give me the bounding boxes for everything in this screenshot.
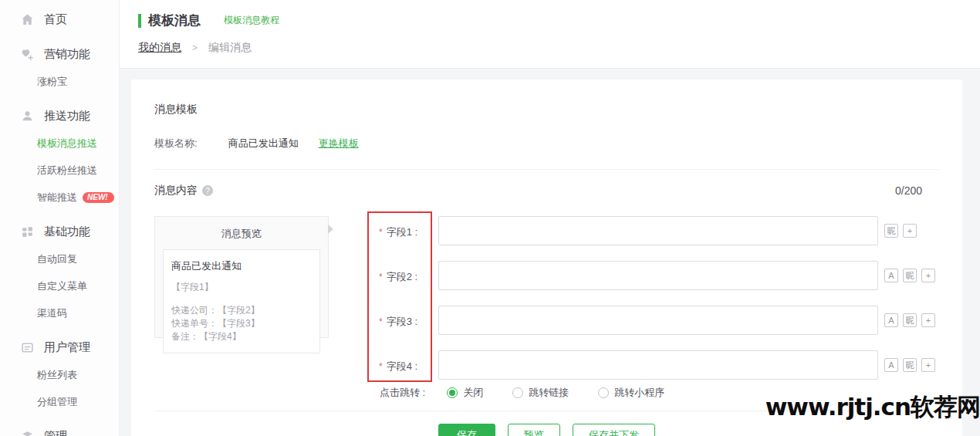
sidebar-item-smart-push[interactable]: 智能推送 NEW! bbox=[0, 191, 119, 204]
field-input-2[interactable] bbox=[438, 261, 878, 290]
sidebar-item-label: 首页 bbox=[44, 12, 67, 27]
field-label-4: *字段4 : bbox=[367, 350, 438, 373]
sidebar-item-label: 自动回复 bbox=[37, 252, 77, 266]
sidebar-item-home[interactable]: 首页 bbox=[0, 12, 119, 27]
radio-label: 跳转小程序 bbox=[614, 386, 664, 400]
add-field-icon[interactable]: + bbox=[921, 358, 935, 372]
title-accent-bar bbox=[138, 14, 141, 28]
required-mark: * bbox=[379, 227, 383, 238]
sidebar-item-label: 活跃粉丝推送 bbox=[37, 164, 97, 177]
breadcrumb-my-messages[interactable]: 我的消息 bbox=[138, 41, 181, 55]
required-mark: * bbox=[379, 272, 383, 282]
radio-close[interactable]: 关闭 bbox=[447, 386, 483, 400]
field-input-3[interactable] bbox=[438, 306, 878, 335]
radio-label: 关闭 bbox=[463, 386, 483, 400]
nickname-insert-icon[interactable]: 昵 bbox=[903, 358, 917, 372]
sidebar-item-label: 模板消息推送 bbox=[37, 137, 97, 150]
font-color-icon[interactable]: A bbox=[884, 269, 898, 282]
preview-field1: 【字段1】 bbox=[171, 281, 312, 294]
sidebar-item-channel-code[interactable]: 渠道码 bbox=[0, 306, 119, 320]
char-counter: 0/200 bbox=[895, 184, 922, 197]
home-icon bbox=[21, 13, 34, 26]
font-color-icon[interactable]: A bbox=[884, 358, 898, 372]
nickname-insert-icon[interactable]: 昵 bbox=[903, 313, 917, 327]
add-field-icon[interactable]: + bbox=[903, 224, 917, 238]
sidebar-item-template-push[interactable]: 模板消息推送 bbox=[0, 137, 119, 150]
template-name-value: 商品已发出通知 bbox=[228, 137, 299, 150]
sidebar-group-label: 推送功能 bbox=[44, 109, 90, 123]
field-label-2: *字段2 : bbox=[367, 261, 438, 284]
sidebar-item-label: 分组管理 bbox=[37, 395, 77, 409]
nickname-insert-icon[interactable]: 昵 bbox=[884, 224, 898, 238]
section-divider bbox=[154, 169, 939, 170]
watermark: www.rjtj.cn软荐网 bbox=[765, 391, 980, 424]
add-field-icon[interactable]: + bbox=[921, 313, 935, 327]
sidebar-group-users-head[interactable]: 用户管理 bbox=[0, 340, 119, 355]
sidebar-item-zhangfenbao[interactable]: 涨粉宝 bbox=[0, 75, 119, 89]
field-label-text: 字段1 : bbox=[387, 226, 417, 238]
field-input-4[interactable] bbox=[438, 350, 878, 380]
radio-jump-miniprogram[interactable]: 跳转小程序 bbox=[598, 386, 664, 400]
radio-jump-link[interactable]: 跳转链接 bbox=[512, 386, 569, 400]
sidebar-group-marketing-head[interactable]: 营销功能 bbox=[0, 47, 119, 62]
radio-icon bbox=[447, 387, 458, 398]
sidebar-item-auto-reply[interactable]: 自动回复 bbox=[0, 252, 119, 266]
help-icon[interactable]: ? bbox=[202, 185, 213, 196]
radio-icon bbox=[598, 387, 609, 398]
sidebar-group-manage-head[interactable]: 管理 bbox=[0, 429, 119, 436]
preview-gap bbox=[171, 294, 312, 304]
sidebar-group-users: 用户管理 粉丝列表 分组管理 bbox=[0, 340, 119, 409]
page-title: 模板消息 bbox=[148, 12, 201, 29]
hearts-icon bbox=[21, 48, 34, 61]
change-template-link[interactable]: 更换模板 bbox=[319, 137, 359, 150]
sidebar-item-custom-menu[interactable]: 自定义菜单 bbox=[0, 279, 119, 293]
main-area: 模板消息 模板消息教程 我的消息 > 编辑消息 消息模板 模板名称: 商品已发出… bbox=[120, 0, 980, 436]
preview-line-tracking: 快递单号：【字段3】 bbox=[171, 317, 312, 330]
sidebar-item-active-fans-push[interactable]: 活跃粉丝推送 bbox=[0, 164, 119, 177]
sidebar-item-label: 渠道码 bbox=[37, 306, 67, 320]
card-icon bbox=[21, 341, 34, 354]
field-label-3: *字段3 : bbox=[367, 306, 438, 329]
action-buttons: 保存 预览 保存并下发 bbox=[154, 424, 939, 436]
sidebar-item-label: 自定义菜单 bbox=[37, 279, 87, 293]
sidebar-group-label: 基础功能 bbox=[44, 225, 90, 239]
nickname-insert-icon[interactable]: 昵 bbox=[903, 269, 917, 282]
click-jump-label: 点击跳转 : bbox=[380, 386, 425, 400]
content-card: 消息模板 模板名称: 商品已发出通知 更换模板 消息内容 ? 0/200 消息预… bbox=[131, 79, 962, 436]
breadcrumb-current: 编辑消息 bbox=[208, 41, 252, 55]
preview-button[interactable]: 预览 bbox=[508, 424, 560, 436]
field-row-1: *字段1 : 昵 + bbox=[367, 216, 940, 245]
save-button[interactable]: 保存 bbox=[438, 424, 495, 436]
add-field-icon[interactable]: + bbox=[921, 269, 935, 282]
save-and-send-button[interactable]: 保存并下发 bbox=[573, 424, 655, 436]
radio-icon bbox=[512, 387, 523, 398]
sidebar-item-label: 粉丝列表 bbox=[37, 368, 77, 382]
sidebar-group-basic-head[interactable]: 基础功能 bbox=[0, 225, 119, 239]
new-badge: NEW! bbox=[83, 192, 114, 203]
preview-line-remark: 备注：【字段4】 bbox=[171, 330, 312, 343]
user-icon bbox=[21, 110, 34, 123]
sidebar-group-manage: 管理 资源库管理 bbox=[0, 429, 119, 436]
sidebar-item-group-manage[interactable]: 分组管理 bbox=[0, 395, 119, 409]
collapse-arrow-icon[interactable] bbox=[328, 225, 333, 234]
template-section-title: 消息模板 bbox=[154, 79, 939, 117]
sidebar-group-label: 营销功能 bbox=[44, 47, 90, 62]
sidebar-group-basic: 基础功能 自动回复 自定义菜单 渠道码 bbox=[0, 225, 119, 320]
sidebar-item-fans-list[interactable]: 粉丝列表 bbox=[0, 368, 119, 382]
field-label-1: *字段1 : bbox=[367, 216, 438, 239]
breadcrumb-separator: > bbox=[192, 42, 198, 53]
sidebar-group-marketing: 营销功能 涨粉宝 bbox=[0, 47, 119, 89]
field-2-tools: A 昵 + bbox=[884, 261, 940, 282]
field-label-text: 字段3 : bbox=[387, 316, 417, 327]
sidebar: 首页 营销功能 涨粉宝 推送功能 模板消息推送 活跃粉丝推送 智能推送 NE bbox=[0, 0, 120, 436]
font-color-icon[interactable]: A bbox=[884, 313, 898, 327]
tutorial-link[interactable]: 模板消息教程 bbox=[224, 14, 279, 27]
content-section-head: 消息内容 ? 0/200 bbox=[154, 184, 939, 198]
field-input-1[interactable] bbox=[438, 216, 878, 245]
sidebar-group-push: 推送功能 模板消息推送 活跃粉丝推送 智能推送 NEW! bbox=[0, 109, 119, 204]
fields-column: *字段1 : 昵 + *字段2 : A 昵 bbox=[367, 216, 940, 380]
sidebar-group-push-head[interactable]: 推送功能 bbox=[0, 109, 119, 123]
field-label-text: 字段2 : bbox=[387, 271, 417, 282]
message-preview-panel: 消息预览 商品已发出通知 【字段1】 快递公司：【字段2】 快递单号：【字段3】… bbox=[154, 216, 329, 338]
sidebar-group-label: 管理 bbox=[44, 429, 67, 436]
